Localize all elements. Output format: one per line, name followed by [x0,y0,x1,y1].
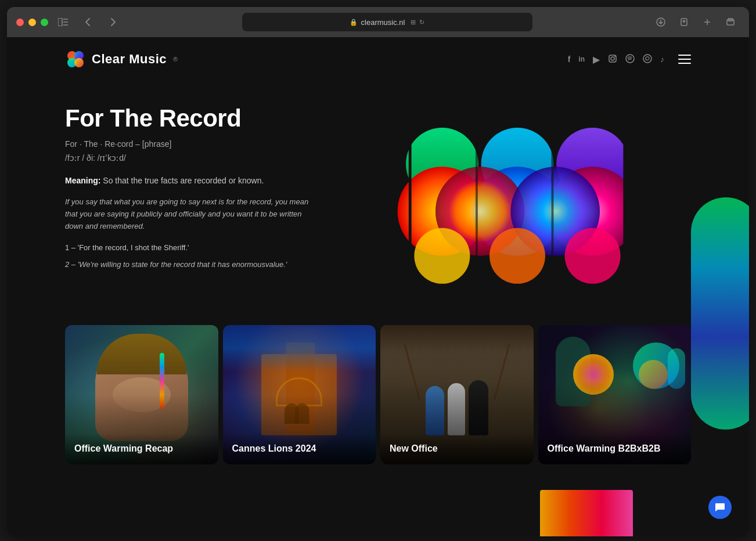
url-text: clearmusic.nl [361,18,405,27]
meaning-label: Meaning: [65,176,100,185]
svg-point-13 [74,58,84,67]
hero-subtitle: For · The · Re·cord – [phrase] [65,139,309,149]
hero-phonetic: /fɔːr / ði: /rɪˈkɔːd/ [65,153,309,163]
hero-title: For The Record [65,104,309,132]
website-content: Clear Music® f in ▶ ♪ [7,37,749,536]
reader-icon[interactable]: ⊞ [411,19,416,26]
card-office-warming-recap[interactable]: Office Warming Recap [65,325,218,464]
card-2-overlay: Cannes Lions 2024 [223,434,376,464]
linkedin-icon[interactable]: in [578,55,585,63]
new-tab-icon[interactable] [698,14,717,30]
card-3-overlay: New Office [380,434,534,464]
nav-right: f in ▶ ♪ [568,54,691,65]
svg-point-29 [565,228,621,284]
facebook-icon[interactable]: f [568,55,571,64]
hamburger-line-2 [678,59,691,60]
card-2-title: Cannes Lions 2024 [232,443,316,453]
tiktok-icon[interactable]: ♪ [660,55,664,64]
instagram-icon[interactable] [608,54,617,65]
hamburger-line-3 [678,63,691,64]
whatsapp-icon[interactable] [643,54,652,65]
chat-button[interactable] [708,496,732,519]
card-1-title: Office Warming Recap [74,443,173,453]
traffic-lights [16,19,48,26]
hamburger-line-1 [678,55,691,56]
back-button[interactable] [78,14,97,30]
forward-button[interactable] [104,14,123,30]
hero-example-1: 1 – 'For the record, I shot the Sheriff.… [65,242,309,254]
logo-icon [65,49,86,70]
card-4-overlay: Office Warming B2BxB2B [538,434,692,464]
hero-section: For The Record For · The · Re·cord – [ph… [7,81,749,325]
social-icons: f in ▶ ♪ [568,54,664,65]
browser-actions [651,14,740,30]
hamburger-menu[interactable] [678,55,691,64]
svg-rect-32 [409,136,412,275]
cards-section: Office Warming Recap Cannes Lions 2024 [7,325,749,488]
hero-graphic [344,104,691,290]
spotify-icon[interactable] [625,54,635,65]
card-new-office[interactable]: New Office [380,325,534,464]
hero-italic-description: If you say that what you are going to sa… [65,196,309,232]
refresh-icon[interactable]: ↻ [419,19,424,26]
sidebar-toggle-icon[interactable] [55,14,71,30]
right-decoration [691,197,749,430]
maximize-button[interactable] [41,19,48,26]
svg-rect-30 [476,136,478,275]
hero-circles-graphic [378,104,657,290]
logo-trademark: ® [173,56,178,63]
lock-icon: 🔒 [350,19,358,26]
svg-rect-33 [623,136,657,275]
hero-meaning: Meaning: So that the true facts are reco… [65,174,309,187]
svg-point-16 [614,56,615,57]
browser-titlebar: 🔒 clearmusic.nl ⊞ ↻ [7,7,749,37]
card-4-title: Office Warming B2BxB2B [548,443,661,453]
card-1-overlay: Office Warming Recap [65,434,218,464]
download-icon[interactable] [651,14,670,30]
close-button[interactable] [16,19,24,26]
hero-example-2: 2 – 'We're willing to state for the reco… [65,259,309,271]
logo[interactable]: Clear Music® [65,49,178,70]
share-icon[interactable] [675,14,693,30]
site-header: Clear Music® f in ▶ ♪ [7,37,749,81]
meaning-text: So that the true facts are recorded or k… [103,176,264,185]
hero-text: For The Record For · The · Re·cord – [ph… [65,104,309,290]
svg-point-27 [414,228,470,284]
logo-text: Clear Music [92,52,167,67]
card-cannes-lions[interactable]: Cannes Lions 2024 [223,325,376,464]
youtube-icon[interactable]: ▶ [593,54,600,65]
minimize-button[interactable] [28,19,36,26]
svg-point-28 [489,228,545,284]
svg-rect-31 [552,136,554,275]
address-bar[interactable]: 🔒 clearmusic.nl ⊞ ↻ [242,13,532,31]
card-3-title: New Office [390,443,438,453]
svg-rect-0 [58,18,62,26]
card-office-b2b[interactable]: Office Warming B2BxB2B [538,325,692,464]
tabs-icon[interactable] [721,14,740,30]
svg-point-17 [626,55,634,63]
svg-point-18 [643,55,651,63]
bottom-decoration [540,490,633,536]
svg-point-15 [611,57,614,60]
